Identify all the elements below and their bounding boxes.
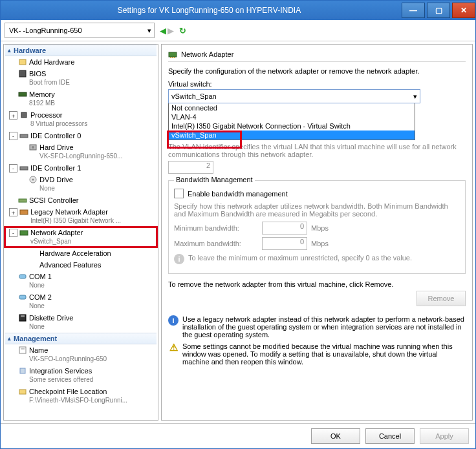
cancel-button[interactable]: Cancel — [365, 428, 415, 444]
tree-item[interactable]: Advanced Features — [5, 259, 157, 271]
expand-toggle — [19, 143, 27, 151]
tree-item[interactable]: Memory8192 MB — [5, 89, 157, 109]
tree-item[interactable]: +Legacy Network AdapterIntel(R) I350 Gig… — [5, 206, 157, 227]
dropdown-option[interactable]: Intel(R) I350 Gigabit Network Connection… — [169, 121, 415, 131]
tree-sublabel: VK-SFO-LongRunning-650 — [29, 355, 107, 364]
tree-item[interactable]: -Network AdaptervSwitch_Span — [5, 227, 157, 247]
ok-button[interactable]: OK — [311, 428, 360, 444]
tree-item[interactable]: Checkpoint File LocationF:\Vineeth-VMs\S… — [5, 386, 157, 406]
tree-item[interactable]: COM 1None — [5, 271, 157, 291]
min-bandwidth-label: Minimum bandwidth: — [174, 224, 258, 232]
tree-item[interactable]: DVD DriveNone — [5, 174, 157, 194]
remove-description: To remove the network adapter from this … — [168, 280, 466, 288]
svg-rect-17 — [19, 347, 26, 353]
svg-rect-0 — [19, 59, 26, 65]
dropdown-option[interactable]: VLAN-4 — [169, 112, 415, 121]
svg-rect-2 — [19, 92, 27, 96]
chevron-down-icon: ▾ — [147, 26, 151, 35]
mbps-label: Mbps — [311, 240, 329, 247]
expand-toggle — [9, 346, 16, 353]
tree-icon — [28, 143, 38, 152]
settings-tree[interactable]: ▴HardwareAdd HardwareBIOSBoot from IDEMe… — [3, 44, 158, 421]
tree-icon — [18, 366, 27, 375]
virtual-switch-combo[interactable]: vSwitch_Span ▾ — [168, 89, 420, 103]
tree-icon — [28, 249, 38, 258]
info-icon: i — [174, 254, 184, 264]
tree-label: Hard Drive — [39, 143, 122, 152]
dropdown-option[interactable]: Not connected — [169, 103, 415, 112]
expand-toggle — [9, 90, 16, 98]
nav-back-button[interactable]: ◀ — [160, 26, 166, 36]
warning-icon: ⚠ — [168, 342, 178, 353]
svg-rect-10 — [19, 199, 27, 202]
tree-icon — [18, 293, 27, 302]
bandwidth-desc: Specify how this network adapter utilize… — [174, 202, 460, 218]
tree-item[interactable]: NameVK-SFO-LongRunning-650 — [5, 344, 157, 365]
vm-selector[interactable]: VK- -LongRunning-650 ▾ — [5, 23, 155, 38]
expand-toggle — [19, 261, 27, 268]
tree-sublabel: None — [29, 281, 52, 290]
expand-toggle[interactable]: + — [9, 111, 17, 120]
hardware-section[interactable]: Hardware — [14, 47, 46, 54]
svg-rect-24 — [174, 57, 175, 58]
tree-sublabel: Some services offered — [29, 375, 93, 384]
tree-item[interactable]: Diskette DriveNone — [5, 312, 157, 333]
tree-icon — [18, 69, 27, 78]
tree-item[interactable]: +Processor8 Virtual processors — [5, 109, 157, 130]
panel-heading: Network Adapter — [181, 50, 233, 58]
bandwidth-note: To leave the minimum or maximum unrestri… — [188, 254, 412, 262]
tree-item[interactable]: -IDE Controller 1 — [5, 162, 157, 174]
tree-label: IDE Controller 0 — [30, 131, 81, 140]
expand-toggle[interactable]: - — [9, 164, 17, 172]
expand-toggle — [9, 388, 16, 395]
apply-button: Apply — [420, 428, 469, 444]
expand-toggle — [19, 176, 27, 183]
expand-toggle — [9, 367, 16, 374]
refresh-button[interactable]: ↻ — [179, 26, 186, 36]
collapse-icon[interactable]: ▴ — [8, 47, 11, 54]
selection-highlight — [4, 226, 158, 248]
expand-toggle[interactable]: - — [9, 132, 17, 140]
svg-rect-3 — [21, 112, 27, 118]
tree-item[interactable]: Hard DriveVK-SFO-LongRunning-650... — [5, 141, 157, 162]
expand-toggle[interactable]: + — [9, 208, 17, 216]
vm-selector-value: VK- -LongRunning-650 — [9, 26, 82, 34]
content-panel: Network Adapter Specify the configuratio… — [161, 44, 473, 421]
running-warning: Some settings cannot be modified because… — [182, 342, 466, 366]
tree-item[interactable]: SCSI Controller — [5, 194, 157, 206]
tree-label: COM 2 — [29, 293, 52, 302]
enable-bandwidth-checkbox[interactable] — [174, 189, 184, 198]
collapse-icon[interactable]: ▴ — [8, 335, 11, 342]
maximize-button[interactable]: ▢ — [427, 3, 450, 18]
dialog-buttons: OK Cancel Apply — [1, 423, 475, 448]
minimize-button[interactable]: — — [402, 3, 425, 18]
tree-item[interactable]: COM 2None — [5, 291, 157, 312]
max-bandwidth-input: 0 — [262, 237, 307, 250]
tree-label: IDE Controller 1 — [30, 163, 81, 172]
management-section[interactable]: Management — [14, 335, 57, 342]
tree-item[interactable]: Hardware Acceleration — [5, 247, 157, 259]
svg-rect-22 — [170, 57, 171, 58]
tree-label: Advanced Features — [39, 260, 101, 269]
expand-toggle — [19, 249, 27, 256]
tree-sublabel: None — [29, 322, 73, 331]
max-bandwidth-label: Maximum bandwidth: — [174, 240, 258, 247]
tree-icon — [19, 163, 28, 172]
tree-icon — [18, 346, 27, 355]
expand-toggle — [9, 196, 16, 204]
tree-item[interactable]: BIOSBoot from IDE — [5, 68, 157, 89]
tree-item[interactable]: Integration ServicesSome services offere… — [5, 365, 157, 386]
mbps-label: Mbps — [311, 224, 329, 232]
tree-icon — [19, 207, 28, 216]
tree-label: Hardware Acceleration — [39, 249, 111, 258]
tree-icon — [18, 387, 27, 396]
tree-item[interactable]: Add Hardware — [5, 56, 157, 68]
tree-label: BIOS — [29, 69, 70, 78]
close-button[interactable]: ✕ — [452, 3, 475, 18]
svg-rect-14 — [19, 295, 26, 299]
virtual-switch-value: vSwitch_Span — [171, 92, 217, 100]
virtual-switch-dropdown[interactable]: Not connectedVLAN-4Intel(R) I350 Gigabit… — [168, 103, 415, 140]
tree-item[interactable]: -IDE Controller 0 — [5, 130, 157, 141]
tree-icon — [19, 110, 28, 120]
tree-label: Add Hardware — [29, 57, 74, 67]
